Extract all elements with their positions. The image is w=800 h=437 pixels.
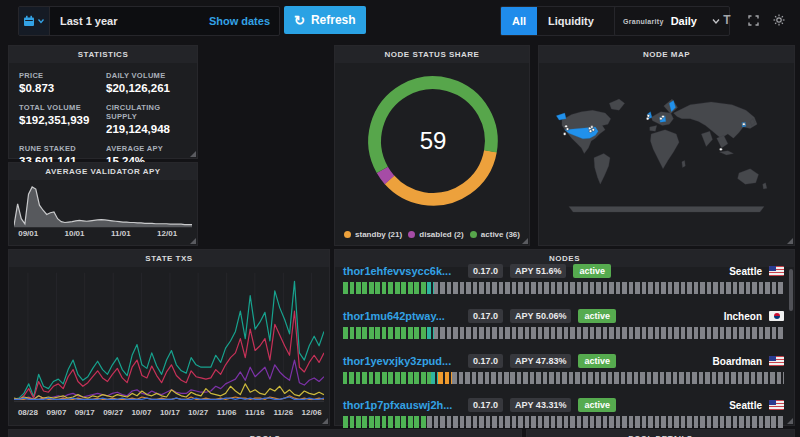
us-flag-icon [769,400,784,410]
node-location-dot [566,128,569,131]
node-location-dot [662,115,665,118]
node-apy-badge: APY 50.06% [510,309,571,323]
stat-daily-volume: DAILY VOLUME $20,126,261 [106,71,187,94]
x-tick-label: 11/06 [217,408,237,417]
node-slots-bar [343,282,784,294]
node-location: Seattle [729,266,762,277]
node-version-badge: 0.17.0 [468,309,503,323]
tab-all[interactable]: All [501,7,537,35]
show-dates-link[interactable]: Show dates [209,15,270,27]
statistics-panel: STATISTICS PRICE $0.873 DAILY VOLUME $20… [8,45,198,159]
x-tick-label: 08/28 [18,408,38,417]
node-location-dot [589,130,592,133]
node-location-dot [563,133,566,136]
pools-panel: POOLS [8,429,522,437]
calendar-icon [23,15,35,27]
panel-title[interactable]: NODE STATUS SHARE [335,46,529,63]
node-apy-badge: APY 47.83% [510,354,571,368]
node-row: thor1p7pfxauswj2h... 0.17.0 APY 43.31% a… [343,396,784,414]
node-slots-bar [343,416,784,428]
standby-dot-icon [344,231,351,238]
panel-resize-handle[interactable] [787,418,793,424]
node-status-badge: active [573,264,611,278]
panel-title[interactable]: STATISTICS [9,46,197,63]
node-row: thor1ehfevvsycc6k... 0.17.0 APY 51.6% ac… [343,262,784,280]
x-tick-label: 09/17 [75,408,95,417]
panel-title[interactable]: AVERAGE VALIDATOR APY [9,163,197,180]
panel-title[interactable]: STATE TXS [9,250,329,267]
panel-title[interactable]: POOL DETAILS [527,430,794,437]
x-tick-label: 09/27 [103,408,123,417]
fullscreen-icon[interactable] [742,9,764,31]
text-tool-icon[interactable]: T [716,9,738,31]
chevron-down-icon [37,17,45,25]
donut-legend: standby (21) disabled (2) active (36) [335,230,529,239]
panel-resize-handle[interactable] [787,238,793,244]
stat-total-volume: TOTAL VOLUME $192,351,939 [19,103,100,135]
granularity-select[interactable]: Granularity Daily [614,6,730,36]
node-version-badge: 0.17.0 [468,354,503,368]
node-location-dot [647,114,650,117]
node-status-share-panel: NODE STATUS SHARE 59 standby (21) disabl… [334,45,530,246]
x-axis: 08/2809/0709/1709/2710/0710/1710/2711/06… [14,408,324,420]
calendar-button[interactable] [19,7,50,35]
node-location-dot [565,125,568,128]
legend-standby[interactable]: standby (21) [344,230,402,239]
x-tick-label: 09/01 [18,229,38,238]
panel-resize-handle[interactable] [190,238,196,244]
settings-gear-icon[interactable] [768,9,790,31]
x-tick-label: 11/01 [111,229,131,238]
us-flag-icon [769,356,784,366]
panel-title[interactable]: NODE MAP [539,46,794,63]
panel-resize-handle[interactable] [190,151,196,157]
node-location-dot [646,117,649,120]
pool-details-panel: POOL DETAILS [526,429,795,437]
scrollbar-thumb[interactable] [789,269,793,311]
x-tick-label: 11/26 [274,408,294,417]
node-version-badge: 0.17.0 [468,398,503,412]
node-address-link[interactable]: thor1ehfevvsycc6k... [343,265,461,277]
x-tick-label: 10/27 [188,408,208,417]
us-flag-icon [769,266,784,276]
node-address-link[interactable]: thor1p7pfxauswj2h... [343,399,461,411]
toolbar: Last 1 year Show dates ↻ Refresh All Liq… [0,0,800,40]
node-total-count: 59 [363,71,503,211]
x-tick-label: 12/06 [302,408,322,417]
time-range-value: Last 1 year [60,15,117,27]
statistics-grid: PRICE $0.873 DAILY VOLUME $20,126,261 TO… [9,63,197,167]
x-tick-label: 10/17 [160,408,180,417]
node-location: Boardman [713,356,762,367]
panel-title[interactable]: POOLS [9,430,521,437]
x-tick-label: 10/07 [131,408,151,417]
validator-apy-chart[interactable] [14,183,192,229]
legend-disabled[interactable]: disabled (2) [408,230,463,239]
active-dot-icon [470,231,477,238]
refresh-label: Refresh [311,13,356,27]
node-map-panel: NODE MAP [538,45,795,246]
x-tick-label: 09/07 [46,408,66,417]
x-tick-label: 11/16 [245,408,265,417]
tab-liquidity[interactable]: Liquidity [537,7,605,35]
node-location: Seattle [729,400,762,411]
node-apy-badge: APY 43.31% [510,398,571,412]
world-map[interactable] [541,64,792,243]
legend-active[interactable]: active (36) [470,230,520,239]
time-range-picker[interactable]: Last 1 year Show dates [18,6,280,36]
state-txs-panel: STATE TXS 08/2809/0709/1709/2710/0710/17… [8,249,330,426]
x-tick-label: 12/01 [157,229,177,238]
granularity-label: Granularity [623,18,664,25]
panel-resize-handle[interactable] [322,418,328,424]
refresh-button[interactable]: ↻ Refresh [284,6,366,34]
node-location-dot [742,123,745,126]
nodes-panel: NODES thor1ehfevvsycc6k... 0.17.0 APY 51… [334,249,795,426]
x-axis: 09/0110/0111/0112/01 [14,229,192,241]
node-status-donut[interactable]: 59 [363,71,503,211]
kr-flag-icon [769,311,784,321]
node-status-badge: active [578,309,616,323]
node-location-dot [591,126,594,129]
alaska-highlight [556,113,566,120]
node-address-link[interactable]: thor1mu642ptway... [343,310,461,322]
state-txs-chart[interactable] [14,270,324,406]
panel-resize-handle[interactable] [522,238,528,244]
node-address-link[interactable]: thor1yevxjky3zpud... [343,355,461,367]
